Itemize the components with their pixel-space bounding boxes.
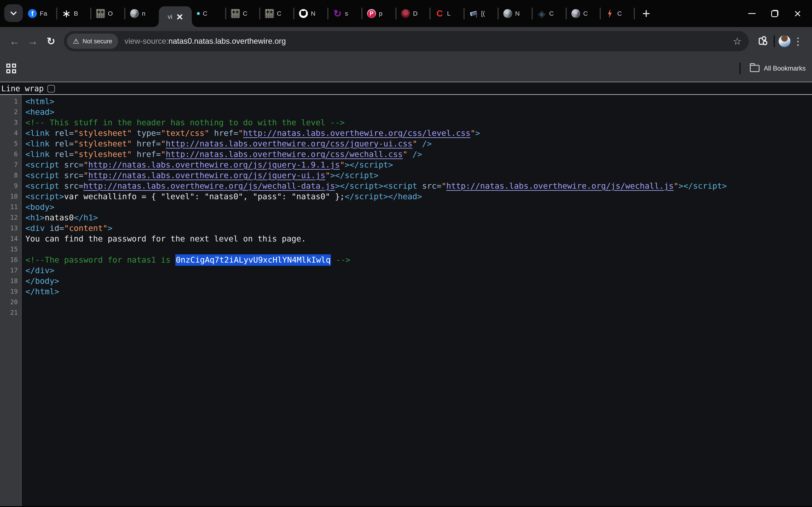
tab[interactable]: O (94, 0, 121, 27)
code-text: " (161, 139, 166, 148)
code-text: " (403, 150, 408, 159)
tab[interactable]: ◈C (536, 0, 563, 27)
source-link[interactable]: http://natas.labs.overthewire.org/js/jqu… (88, 171, 325, 180)
line-number: 21 (0, 307, 21, 318)
url-host: natas0.natas.labs.overthewire.org (168, 37, 286, 45)
code-text: </h1> (74, 213, 98, 222)
code-text: </body> (26, 276, 59, 286)
code-text: rel= (54, 128, 74, 138)
code-text: </script> (345, 192, 388, 201)
code-line (26, 307, 812, 318)
tab[interactable]: n (129, 0, 155, 27)
tab-separator (124, 8, 125, 19)
tab-separator (293, 8, 294, 19)
tab[interactable]: C (195, 0, 222, 27)
bookmark-star-icon[interactable]: ☆ (730, 36, 744, 47)
forward-arrow-icon: → (28, 35, 38, 47)
close-tab-icon[interactable]: × (176, 12, 183, 21)
line-number: 2 (0, 107, 21, 117)
source-link[interactable]: http://natas.labs.overthewire.org/js/jqu… (88, 160, 340, 169)
address-bar[interactable]: ⚠ Not secure view-source:natas0.natas.la… (64, 31, 749, 51)
openai-favicon: ∗ (62, 9, 71, 18)
code-text (59, 181, 64, 190)
tab[interactable]: N (502, 0, 529, 27)
toolbar: ← → ↻ ⚠ Not secure view-source:natas0.na… (0, 27, 812, 55)
source-link[interactable]: http://natas.labs.overthewire.org/js/wec… (84, 181, 335, 190)
code-text: "stylesheet" (74, 128, 132, 138)
forward-button[interactable]: → (24, 31, 42, 51)
line-wrap-checkbox[interactable] (47, 85, 55, 93)
code-text (417, 181, 422, 190)
view-source-page: Line wrap 123456789101112131415161718192… (0, 82, 812, 506)
bolt-favicon (605, 9, 614, 18)
tab-label: C (549, 10, 558, 17)
code-text: " (238, 128, 243, 138)
code-text (59, 160, 64, 169)
line-number: 18 (0, 276, 21, 286)
source-link[interactable]: http://natas.labs.overthewire.org/css/le… (243, 128, 470, 138)
tab-active[interactable]: vi× (159, 6, 192, 27)
new-tab-button[interactable]: + (638, 0, 655, 27)
code-line: </body> (26, 276, 812, 286)
globe-favicon (571, 9, 580, 18)
close-window-button[interactable]: × (791, 0, 804, 27)
tab[interactable]: C (570, 0, 597, 27)
code-line: <script src=http://natas.labs.overthewir… (26, 181, 812, 191)
code-text: <script> (26, 192, 64, 201)
code-text: ></script> (330, 171, 378, 180)
tab[interactable]: Pp (365, 0, 393, 27)
bookmarks-bar: All Bookmarks (0, 55, 812, 82)
tab-groups-grid-icon[interactable] (6, 64, 16, 73)
code-text (132, 150, 137, 159)
code-text (49, 150, 54, 159)
window-controls: × (745, 0, 812, 27)
code-text: <script (26, 181, 59, 190)
tab[interactable]: D (399, 0, 426, 27)
tab[interactable]: N (297, 0, 324, 27)
tab-label: [( (481, 10, 490, 17)
code-text: <h1> (26, 213, 45, 222)
profile-avatar[interactable] (778, 35, 791, 47)
tab[interactable]: C (229, 0, 256, 27)
code-text: You can find the password for the next l… (26, 234, 306, 243)
tab[interactable]: CL (434, 0, 461, 27)
code-text: <!-- This stuff in the header has nothin… (26, 118, 345, 127)
code-text: " (412, 139, 417, 148)
tab[interactable]: [( (467, 0, 495, 27)
line-number: 6 (0, 149, 21, 160)
code-line: <link rel="stylesheet" type="text/css" h… (26, 128, 812, 138)
code-line (26, 297, 812, 307)
minimize-button[interactable] (745, 0, 759, 27)
restore-button[interactable] (768, 0, 781, 27)
code-text: <!--The password for natas1 is (26, 255, 175, 265)
source-link[interactable]: http://natas.labs.overthewire.org/js/wec… (446, 181, 673, 190)
back-button[interactable]: ← (5, 31, 24, 51)
code-text: "stylesheet" (74, 139, 132, 148)
tab-search-button[interactable] (4, 4, 23, 22)
chevron-down-icon (10, 9, 17, 15)
code-line: <link rel="stylesheet" href="http://nata… (26, 149, 812, 160)
menu-button[interactable]: ⋮ (791, 31, 806, 51)
dot-favicon (197, 12, 200, 15)
reload-button[interactable]: ↻ (42, 31, 60, 51)
back-arrow-icon: ← (9, 35, 20, 47)
line-number: 19 (0, 286, 21, 297)
tab-label: s (345, 10, 353, 17)
tab[interactable]: ↻s (332, 0, 358, 27)
code-text: <link (26, 139, 49, 148)
extensions-button[interactable] (755, 31, 770, 51)
code-text (45, 224, 50, 233)
tab[interactable]: fFa (26, 0, 53, 27)
code-text: " (470, 128, 475, 138)
code-text: "content" (64, 224, 108, 233)
cat-favicon (96, 9, 105, 18)
line-wrap-row: Line wrap (0, 82, 812, 94)
tab[interactable]: C (604, 0, 631, 27)
tab-separator (600, 8, 601, 19)
tab[interactable]: C (263, 0, 290, 27)
all-bookmarks-button[interactable]: All Bookmarks (764, 65, 806, 72)
source-link[interactable]: http://natas.labs.overthewire.org/css/jq… (166, 139, 413, 148)
tab[interactable]: ∗B (60, 0, 87, 27)
source-link[interactable]: http://natas.labs.overthewire.org/css/we… (166, 150, 403, 159)
security-chip[interactable]: ⚠ Not secure (67, 34, 118, 49)
